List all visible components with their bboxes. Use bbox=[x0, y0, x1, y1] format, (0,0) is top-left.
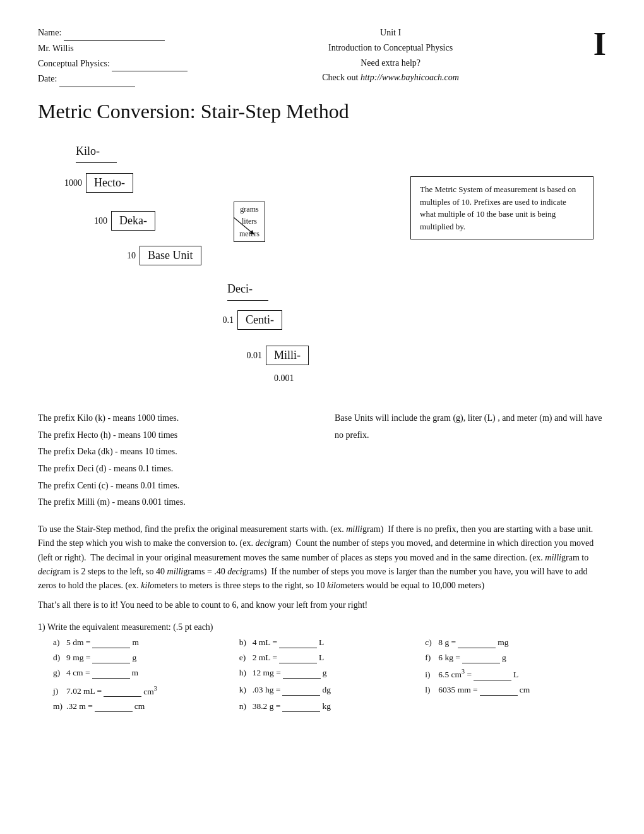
q-a-ans[interactable] bbox=[92, 638, 130, 648]
q-m-ans[interactable] bbox=[95, 701, 133, 712]
q-e-ans[interactable] bbox=[279, 653, 317, 663]
prefix-kilo: The prefix Kilo (k) - means 1000 times. bbox=[38, 410, 309, 427]
name-line: Name: bbox=[38, 25, 188, 41]
date-line: Date: bbox=[38, 71, 188, 87]
q-a-letter: a) bbox=[53, 638, 64, 648]
q-c: c) 8 g = mg bbox=[425, 638, 606, 648]
prefix-deci: The prefix Deci (d) - means 0.1 times. bbox=[38, 461, 309, 478]
cp-line: Conceptual Physics: bbox=[38, 56, 188, 72]
q-b-unit: L bbox=[319, 638, 324, 648]
q-c-expr: 8 g = bbox=[438, 638, 456, 648]
q-d: d) 9 mg = g bbox=[53, 653, 234, 663]
mr-willis: Mr. Willis bbox=[38, 44, 74, 53]
q-d-unit: g bbox=[132, 653, 136, 663]
cp-label: Conceptual Physics: bbox=[38, 59, 110, 68]
base-row: 10 Base Unit bbox=[110, 246, 201, 265]
main-title: Metric Conversion: Stair-Step Method bbox=[38, 100, 606, 123]
centi-row: 0.1 Centi- bbox=[208, 310, 282, 330]
q-f-expr: 6 kg = bbox=[438, 653, 460, 663]
q-b: b) 4 mL = L bbox=[239, 638, 420, 648]
arrow-svg bbox=[215, 198, 265, 249]
q-k-unit: dg bbox=[322, 685, 331, 695]
q-h-expr: 12 mg = bbox=[253, 668, 281, 678]
final-num: 0.001 bbox=[274, 373, 294, 384]
q-f-letter: f) bbox=[425, 653, 436, 663]
stair-diagram: Kilo- 1000 Hecto- 100 Deka- grams liters… bbox=[38, 138, 606, 404]
q-g-expr: 4 cm = bbox=[66, 668, 90, 678]
q-d-letter: d) bbox=[53, 653, 64, 663]
q-n-expr: 38.2 g = bbox=[253, 701, 281, 711]
name-label: Name: bbox=[38, 28, 61, 37]
q-a-unit: m bbox=[132, 638, 139, 648]
q-c-ans[interactable] bbox=[458, 638, 496, 648]
milli-box: Milli- bbox=[266, 346, 309, 365]
closing-line: That’s all there is to it! You need to b… bbox=[38, 598, 606, 612]
kilo-row: Kilo- bbox=[76, 145, 100, 158]
prefix-milli: The prefix Milli (m) - means 0.001 times… bbox=[38, 494, 309, 511]
q-c-letter: c) bbox=[425, 638, 436, 648]
q-f-ans[interactable] bbox=[462, 653, 500, 663]
mr-willis-line: Mr. Willis bbox=[38, 41, 188, 56]
q-h: h) 12 mg = g bbox=[239, 668, 420, 680]
deka-number: 100 bbox=[82, 216, 107, 226]
prefix-left: The prefix Kilo (k) - means 1000 times. … bbox=[38, 410, 309, 511]
q-l-letter: l) bbox=[425, 685, 436, 695]
q-e-letter: e) bbox=[239, 653, 251, 663]
subtitle2: Need extra help? bbox=[322, 56, 459, 71]
q-h-ans[interactable] bbox=[283, 668, 321, 679]
q-e-unit: L bbox=[319, 653, 324, 663]
subtitle3: Check out http://www.bayhicoach.com bbox=[322, 70, 459, 85]
question-grid: a) 5 dm = m b) 4 mL = L c) 8 g = mg d) 9… bbox=[53, 638, 606, 712]
base-number: 10 bbox=[110, 251, 136, 261]
subtitle3-link[interactable]: http://www.bayhicoach.com bbox=[361, 73, 459, 82]
header-center: Unit I Introduction to Conceptual Physic… bbox=[322, 25, 459, 85]
q-l-unit: cm bbox=[520, 685, 530, 695]
name-field[interactable] bbox=[64, 25, 165, 41]
question-header: 1) Write the equivalent measurement: (.5… bbox=[38, 622, 606, 632]
prefix-hecto: The prefix Hecto (h) - means 100 times bbox=[38, 427, 309, 444]
q-i-letter: i) bbox=[425, 670, 436, 680]
prefix-section: The prefix Kilo (k) - means 1000 times. … bbox=[38, 410, 606, 511]
main-text-block: To use the Stair-Step method, find the p… bbox=[38, 523, 606, 612]
q-g: g) 4 cm = m bbox=[53, 668, 234, 680]
q-i-expr: 6.5 cm3 = bbox=[438, 668, 472, 680]
q-m: m) .32 m = cm bbox=[53, 701, 234, 712]
centi-box: Centi- bbox=[237, 310, 282, 330]
q-e: e) 2 mL = L bbox=[239, 653, 420, 663]
milli-row: 0.01 Milli- bbox=[237, 346, 309, 365]
q-n-unit: kg bbox=[322, 701, 331, 711]
date-field[interactable] bbox=[59, 71, 135, 87]
header-left: Name: Mr. Willis Conceptual Physics: Dat… bbox=[38, 25, 188, 87]
kilo-underline bbox=[76, 162, 117, 163]
hecto-row: 1000 Hecto- bbox=[57, 173, 133, 193]
cp-field[interactable] bbox=[112, 56, 188, 72]
q-k-ans[interactable] bbox=[282, 685, 320, 696]
main-paragraph: To use the Stair-Step method, find the p… bbox=[38, 523, 606, 593]
q-l-ans[interactable] bbox=[480, 685, 518, 696]
milli-number: 0.01 bbox=[237, 351, 262, 361]
kilo-label: Kilo- bbox=[76, 145, 100, 158]
hecto-box: Hecto- bbox=[86, 173, 133, 193]
prefix-right: Base Units will include the gram (g), li… bbox=[335, 410, 606, 511]
roman-numeral: I bbox=[593, 25, 606, 63]
q-b-expr: 4 mL = bbox=[253, 638, 277, 648]
q-i: i) 6.5 cm3 = L bbox=[425, 668, 606, 680]
hecto-number: 1000 bbox=[57, 178, 82, 188]
q-n-ans[interactable] bbox=[282, 701, 320, 712]
q-d-ans[interactable] bbox=[92, 653, 130, 663]
date-label: Date: bbox=[38, 74, 57, 83]
q-i-ans[interactable] bbox=[474, 670, 511, 680]
q-h-letter: h) bbox=[239, 668, 251, 678]
centi-number: 0.1 bbox=[208, 315, 234, 325]
q-j-unit: cm3 bbox=[143, 685, 157, 697]
header: Name: Mr. Willis Conceptual Physics: Dat… bbox=[38, 25, 606, 87]
q-l: l) 6035 mm = cm bbox=[425, 685, 606, 698]
q-b-ans[interactable] bbox=[279, 638, 317, 648]
unit-line: Unit I bbox=[322, 25, 459, 40]
q-g-ans[interactable] bbox=[92, 668, 130, 679]
question-section: 1) Write the equivalent measurement: (.5… bbox=[38, 622, 606, 712]
q-j-ans[interactable] bbox=[104, 686, 141, 697]
deka-box: Deka- bbox=[111, 211, 155, 231]
subtitle1: Introduction to Conceptual Physics bbox=[322, 40, 459, 56]
deci-row: Deci- bbox=[227, 282, 253, 296]
